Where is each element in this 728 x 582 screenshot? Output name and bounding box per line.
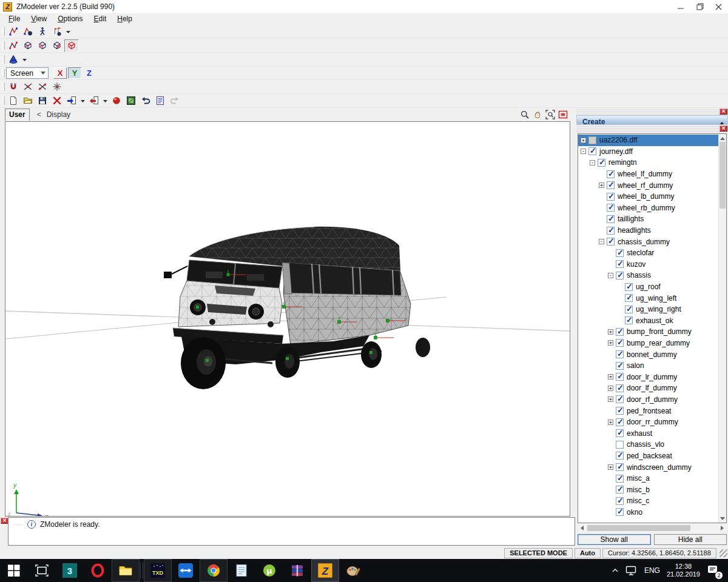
restore-button[interactable] xyxy=(690,0,709,13)
pan-hand-icon[interactable] xyxy=(532,110,542,119)
vertex-weld-button[interactable] xyxy=(21,81,35,93)
close-icon[interactable]: ✕ xyxy=(720,125,727,132)
visibility-checkbox[interactable] xyxy=(607,204,615,212)
winrar-button[interactable] xyxy=(283,559,311,582)
flag-mode-button[interactable] xyxy=(50,25,64,38)
delete-button[interactable] xyxy=(50,95,64,107)
vertex-break-button[interactable] xyxy=(35,81,50,93)
expand-icon[interactable]: + xyxy=(608,386,613,391)
language-indicator[interactable]: ENG xyxy=(644,566,660,575)
visibility-checkbox[interactable] xyxy=(616,249,624,257)
opera-button[interactable] xyxy=(84,559,112,582)
visibility-checkbox[interactable] xyxy=(616,508,624,516)
dropdown-arrow-icon[interactable] xyxy=(101,95,109,107)
tree-item-bump_rear_dummy[interactable]: +bump_rear_dummy xyxy=(578,338,718,349)
3dsmax-button[interactable]: 3 xyxy=(56,559,84,582)
expand-icon[interactable]: + xyxy=(608,396,613,402)
show-all-button[interactable]: Show all xyxy=(578,534,651,545)
zmodeler-button[interactable]: Z xyxy=(311,559,339,582)
tree-item-misc_c[interactable]: misc_c xyxy=(578,495,718,507)
visibility-checkbox[interactable] xyxy=(616,497,624,505)
open-file-button[interactable] xyxy=(21,95,35,107)
tree-item-salon[interactable]: salon xyxy=(578,360,718,372)
tree-item-chassis_vlo[interactable]: chassis_vlo xyxy=(578,439,718,450)
visibility-checkbox[interactable] xyxy=(616,260,624,268)
scroll-down-icon[interactable] xyxy=(719,515,726,523)
view-back-arrow[interactable]: < xyxy=(37,110,41,119)
expand-icon[interactable]: + xyxy=(608,420,613,425)
visibility-checkbox[interactable] xyxy=(625,294,633,302)
sel-arrows-button[interactable] xyxy=(6,25,21,38)
tree-item-bump_front_dummy[interactable]: +bump_front_dummy xyxy=(578,326,718,338)
tree-item-misc_b[interactable]: misc_b xyxy=(578,484,718,495)
resize-grip[interactable] xyxy=(720,549,727,557)
tray-expand-icon[interactable] xyxy=(612,567,619,574)
tree-item-kuzov[interactable]: kuzov xyxy=(578,259,718,270)
tree-item-wheel_lb_dummy[interactable]: wheel_lb_dummy xyxy=(578,191,718,202)
collapse-icon[interactable]: - xyxy=(590,160,595,166)
export-button[interactable] xyxy=(87,95,101,107)
render-sphere-button[interactable] xyxy=(109,95,124,107)
visibility-checkbox[interactable] xyxy=(598,159,605,167)
visibility-checkbox[interactable] xyxy=(616,339,624,347)
scrollbar-thumb[interactable] xyxy=(720,142,726,209)
visibility-checkbox[interactable] xyxy=(616,463,624,471)
notepad-button[interactable] xyxy=(228,559,255,582)
visibility-checkbox[interactable] xyxy=(625,316,633,324)
visibility-checkbox[interactable] xyxy=(616,373,624,381)
viewport-canvas[interactable]: y x z xyxy=(5,121,570,517)
walk-mode-button[interactable] xyxy=(35,25,50,38)
collapse-up-icon[interactable] xyxy=(719,119,725,125)
tree-item-steclofar[interactable]: steclofar xyxy=(578,247,718,259)
hide-all-button[interactable]: Hide all xyxy=(654,534,727,545)
visibility-checkbox[interactable] xyxy=(616,350,624,358)
scrollbar-thumb[interactable] xyxy=(587,525,690,531)
script-log-button[interactable] xyxy=(153,95,167,107)
visibility-checkbox[interactable] xyxy=(625,306,633,313)
chrome-button[interactable] xyxy=(200,559,228,582)
close-icon[interactable]: ✕ xyxy=(720,109,727,115)
expand-icon[interactable]: + xyxy=(608,464,613,470)
notification-icon[interactable]: 2 xyxy=(707,564,718,577)
tree-item-okno[interactable]: okno xyxy=(578,507,718,518)
txd-workshop-button[interactable]: TXD xyxy=(144,559,172,582)
collapse-icon[interactable]: - xyxy=(581,149,586,154)
visibility-checkbox[interactable] xyxy=(616,407,624,415)
save-file-button[interactable] xyxy=(35,95,50,107)
tree-item-ug_roof[interactable]: ug_roof xyxy=(578,281,718,293)
menu-options[interactable]: Options xyxy=(52,15,88,23)
expand-icon[interactable]: + xyxy=(608,374,613,380)
scroll-right-icon[interactable] xyxy=(718,524,727,532)
zoom-extents-icon[interactable] xyxy=(545,110,555,119)
menu-edit[interactable]: Edit xyxy=(89,15,112,23)
visibility-checkbox[interactable] xyxy=(616,384,624,392)
user-tab[interactable]: User xyxy=(5,109,30,121)
clock[interactable]: 12:38 21.02.2019 xyxy=(667,563,700,578)
visibility-checkbox[interactable] xyxy=(616,441,624,449)
edges-mode-button[interactable] xyxy=(21,39,35,52)
visibility-checkbox[interactable] xyxy=(607,215,615,223)
faces-mode-button[interactable] xyxy=(35,39,50,52)
network-icon[interactable] xyxy=(625,566,638,576)
visibility-checkbox[interactable] xyxy=(616,328,624,336)
tree-item-wheel_rf_dummy[interactable]: +wheel_rf_dummy xyxy=(578,179,718,191)
visibility-checkbox[interactable] xyxy=(616,362,624,370)
van-model[interactable] xyxy=(164,227,430,389)
visibility-checkbox[interactable] xyxy=(616,395,624,403)
tree-horizontal-scrollbar[interactable] xyxy=(578,524,727,532)
visibility-checkbox[interactable] xyxy=(616,429,624,437)
axis-y-button[interactable]: Y xyxy=(68,67,81,79)
visibility-checkbox[interactable] xyxy=(616,486,624,493)
dropdown-arrow-icon[interactable] xyxy=(21,53,29,66)
expand-icon[interactable]: + xyxy=(599,182,604,188)
zoom-icon[interactable] xyxy=(519,110,530,119)
dropdown-arrow-icon[interactable] xyxy=(64,25,72,38)
cone-primitive-button[interactable] xyxy=(6,53,21,66)
vertices-mode-button[interactable] xyxy=(6,39,21,52)
menu-file[interactable]: File xyxy=(3,15,25,23)
menu-view[interactable]: View xyxy=(25,15,52,23)
expand-icon[interactable]: + xyxy=(581,138,586,143)
tree-item-journey.dff[interactable]: -journey.dff xyxy=(578,146,718,158)
maximize-view-icon[interactable] xyxy=(558,110,568,119)
expand-icon[interactable]: + xyxy=(608,340,613,346)
